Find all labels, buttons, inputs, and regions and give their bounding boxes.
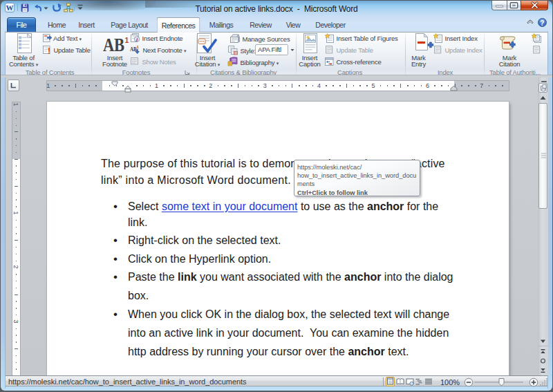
svg-text:!: ! <box>331 47 333 55</box>
svg-text:AB: AB <box>130 45 137 52</box>
svg-text:!: ! <box>440 47 442 55</box>
svg-text:1: 1 <box>137 45 140 49</box>
svg-text:1: 1 <box>125 36 129 44</box>
svg-text:W: W <box>6 3 14 12</box>
svg-text:!: ! <box>538 47 541 55</box>
svg-text:!: ! <box>48 46 50 55</box>
svg-text:AB: AB <box>103 36 124 53</box>
